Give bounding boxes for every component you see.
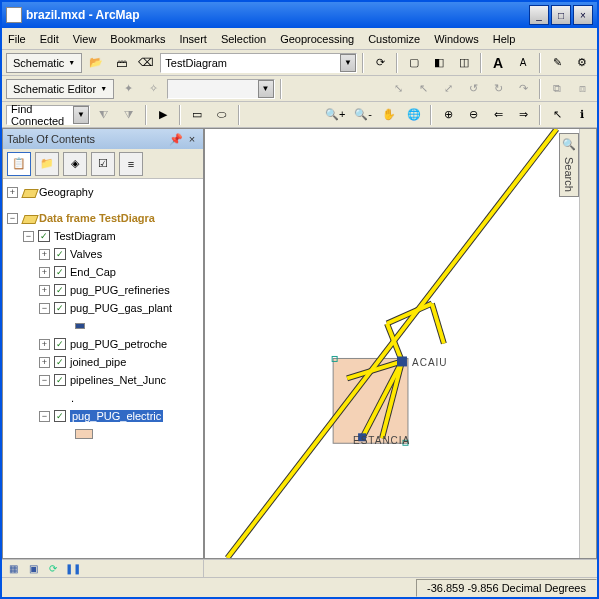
checkbox-checked-icon[interactable]: ✓ [54, 248, 66, 260]
menu-customize[interactable]: Customize [368, 33, 420, 45]
pin-icon[interactable]: 📌 [169, 132, 183, 146]
toc-tab-selection[interactable]: ☑ [91, 152, 115, 176]
titlebar[interactable]: brazil.mxd - ArcMap _ □ × [2, 2, 597, 28]
toc-tab-options[interactable]: ≡ [119, 152, 143, 176]
chevron-down-icon[interactable]: ▼ [340, 54, 356, 72]
toc-tab-visibility[interactable]: ◈ [63, 152, 87, 176]
pan-icon[interactable]: ✋ [378, 104, 400, 126]
save-schematic-icon[interactable]: 🗃 [110, 52, 132, 74]
refresh-icon[interactable]: ⟳ [46, 562, 60, 576]
menu-help[interactable]: Help [493, 33, 516, 45]
layer-combo[interactable]: TestDiagram ▼ [160, 53, 357, 73]
search-side-tab[interactable]: 🔍 Search [559, 133, 579, 197]
tree-valves[interactable]: Valves [70, 248, 102, 260]
expander-icon[interactable]: + [39, 339, 50, 350]
open-schematic-icon[interactable]: 📂 [85, 52, 107, 74]
menu-edit[interactable]: Edit [40, 33, 59, 45]
toc-tab-drawing-order[interactable]: 📋 [7, 152, 31, 176]
tree-endcap[interactable]: End_Cap [70, 266, 116, 278]
select-lasso-icon[interactable]: ⬭ [211, 104, 233, 126]
text-large-a-icon[interactable]: A [487, 52, 509, 74]
checkbox-checked-icon[interactable]: ✓ [54, 284, 66, 296]
sync-icon[interactable]: ⟳ [369, 52, 391, 74]
checkbox-checked-icon[interactable]: ✓ [38, 230, 50, 242]
arrow-cw-icon: ↷ [512, 78, 534, 100]
tree-electric-selected[interactable]: pug_PUG_electric [70, 410, 163, 422]
menu-view[interactable]: View [73, 33, 97, 45]
toc-header[interactable]: Table Of Contents 📌 × [3, 129, 203, 149]
layout-view-icon[interactable]: ▣ [26, 562, 40, 576]
menu-bookmarks[interactable]: Bookmarks [110, 33, 165, 45]
play-icon[interactable]: ▶ [152, 104, 174, 126]
minimize-button[interactable]: _ [529, 5, 549, 25]
prev-extent-icon[interactable]: ⇐ [487, 104, 509, 126]
toc-tab-source[interactable]: 📁 [35, 152, 59, 176]
close-button[interactable]: × [573, 5, 593, 25]
layout1-icon[interactable]: ▢ [403, 52, 425, 74]
edit-tool-icon[interactable]: ✦ [117, 78, 139, 100]
expander-icon[interactable]: + [7, 187, 18, 198]
expander-icon[interactable]: − [7, 213, 18, 224]
move-tool-icon[interactable]: ✧ [142, 78, 164, 100]
expander-icon[interactable]: − [39, 375, 50, 386]
tree-pipelines[interactable]: pipelines_Net_Junc [70, 374, 166, 386]
data-view-icon[interactable]: ▦ [6, 562, 20, 576]
menu-geoprocessing[interactable]: Geoprocessing [280, 33, 354, 45]
toc-tree[interactable]: + Geography − Data frame TestDiagra − ✓ … [3, 179, 203, 558]
zoom-out-icon[interactable]: 🔍- [351, 104, 375, 126]
identify-icon[interactable]: ℹ [571, 104, 593, 126]
pause-icon[interactable]: ❚❚ [66, 562, 80, 576]
tool-icon[interactable]: ⚙ [571, 52, 593, 74]
expander-icon[interactable]: − [23, 231, 34, 242]
find-combo[interactable]: Find Connected ▼ [6, 105, 90, 125]
tree-dataframe[interactable]: Data frame TestDiagra [39, 212, 155, 224]
chevron-down-icon[interactable]: ▼ [258, 80, 274, 98]
map-canvas[interactable]: ACAIU ESTANCIA 🔍 Search [205, 129, 579, 558]
tree-petroche[interactable]: pug_PUG_petroche [70, 338, 167, 350]
map-label-acaiu: ACAIU [412, 357, 448, 368]
zoom-fixed-out-icon[interactable]: ⊖ [462, 104, 484, 126]
vertical-scrollbar[interactable] [579, 129, 596, 558]
expander-icon[interactable]: + [39, 249, 50, 260]
tree-testdiagram[interactable]: TestDiagram [54, 230, 116, 242]
tree-gasplant[interactable]: pug_PUG_gas_plant [70, 302, 172, 314]
layout3-icon[interactable]: ◫ [453, 52, 475, 74]
menu-windows[interactable]: Windows [434, 33, 479, 45]
next-extent-icon[interactable]: ⇒ [512, 104, 534, 126]
horizontal-scrollbar[interactable] [204, 559, 597, 576]
menu-selection[interactable]: Selection [221, 33, 266, 45]
chevron-down-icon[interactable]: ▼ [73, 106, 89, 124]
tree-joinedpipe[interactable]: joined_pipe [70, 356, 126, 368]
clear-icon[interactable]: ⌫ [135, 52, 157, 74]
full-extent-icon[interactable]: 🌐 [403, 104, 425, 126]
schematic-menu-button[interactable]: Schematic▼ [6, 53, 82, 73]
tree-geography[interactable]: Geography [39, 186, 93, 198]
expander-icon[interactable]: + [39, 285, 50, 296]
checkbox-checked-icon[interactable]: ✓ [54, 338, 66, 350]
svg-line-8 [227, 129, 556, 558]
expander-icon[interactable]: − [39, 303, 50, 314]
menu-insert[interactable]: Insert [179, 33, 207, 45]
expander-icon[interactable]: − [39, 411, 50, 422]
checkbox-checked-icon[interactable]: ✓ [54, 266, 66, 278]
pointer-icon[interactable]: ↖ [546, 104, 568, 126]
checkbox-checked-icon[interactable]: ✓ [54, 302, 66, 314]
tree-refineries[interactable]: pug_PUG_refineries [70, 284, 170, 296]
zoom-in-icon[interactable]: 🔍+ [322, 104, 348, 126]
text-small-a-icon[interactable]: A [512, 52, 534, 74]
zoom-fixed-in-icon[interactable]: ⊕ [437, 104, 459, 126]
select-rect-icon[interactable]: ▭ [186, 104, 208, 126]
schematic-editor-menu-button[interactable]: Schematic Editor▼ [6, 79, 114, 99]
export-icon[interactable]: ✎ [546, 52, 568, 74]
checkbox-checked-icon[interactable]: ✓ [54, 374, 66, 386]
close-panel-icon[interactable]: × [185, 132, 199, 146]
maximize-button[interactable]: □ [551, 5, 571, 25]
layout2-icon[interactable]: ◧ [428, 52, 450, 74]
menu-file[interactable]: File [8, 33, 26, 45]
editor-combo[interactable]: ▼ [167, 79, 274, 99]
expander-icon[interactable]: + [39, 267, 50, 278]
expander-icon[interactable]: + [39, 357, 50, 368]
toolbar-editor: Schematic Editor▼ ✦ ✧ ▼ ⤡ ↖ ⤢ ↺ ↻ ↷ ⧉ ⧈ [2, 76, 597, 102]
checkbox-checked-icon[interactable]: ✓ [54, 410, 66, 422]
checkbox-checked-icon[interactable]: ✓ [54, 356, 66, 368]
